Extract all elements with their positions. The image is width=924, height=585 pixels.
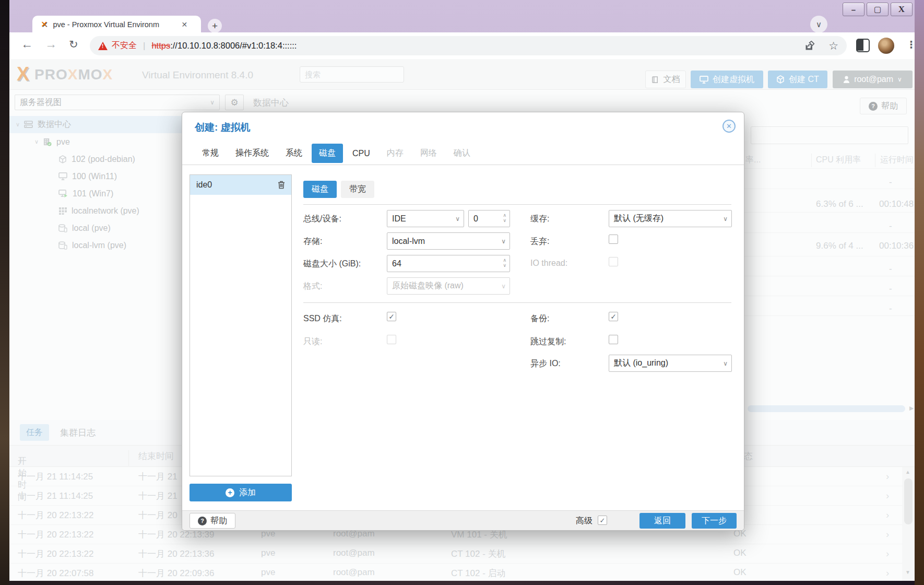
close-window-button[interactable]: X [891, 3, 913, 16]
tab-confirm: 确认 [446, 144, 478, 163]
minimize-button[interactable]: – [843, 3, 864, 16]
new-tab-button[interactable]: + [208, 19, 222, 33]
share-icon[interactable] [804, 41, 815, 51]
dialog-title: 创建: 虚拟机 [195, 121, 251, 134]
subtab-bandwidth-label: 带宽 [349, 184, 366, 195]
readonly-checkbox [387, 335, 396, 344]
wallpaper-bottom [9, 581, 915, 585]
bus-select[interactable]: IDE ∨ [387, 210, 464, 227]
async-io-value: 默认 (io_uring) [614, 358, 668, 369]
tab-system[interactable]: 系统 [278, 144, 310, 163]
plus-circle-icon: + [226, 488, 234, 497]
plus-icon: + [212, 20, 218, 32]
side-panel-icon[interactable] [856, 39, 870, 52]
advanced-checkbox[interactable]: ✓ [598, 516, 607, 525]
subtab-disk-label: 磁盘 [312, 184, 328, 195]
minimize-icon: – [851, 5, 856, 14]
async-io-label: 异步 IO: [530, 358, 561, 369]
spinner-icons[interactable]: ∧∨ [503, 258, 506, 267]
chevron-down-icon: ∨ [723, 360, 728, 367]
not-secure-label: 不安全 [112, 40, 137, 51]
wizard-tabs: 常规 操作系统 系统 磁盘 CPU 内存 网络 确认 [195, 144, 480, 163]
profile-avatar[interactable] [878, 38, 894, 54]
address-bar[interactable]: ! 不安全 | https ://10.10.10.8:8006/#v1:0:1… [90, 36, 847, 55]
disk-list-item-ide0[interactable]: ide0 [190, 175, 291, 195]
back-button[interactable]: 返回 [639, 513, 685, 529]
trash-icon[interactable] [278, 181, 285, 189]
subtab-bandwidth[interactable]: 带宽 [341, 181, 374, 198]
dialog-footer: ? 帮助 高级 ✓ 返回 下一步 [182, 510, 744, 530]
dialog-close-button[interactable]: ✕ [722, 120, 736, 133]
advanced-label: 高级 [576, 516, 593, 526]
chevron-down-icon: ∨ [723, 215, 728, 223]
tab-general[interactable]: 常规 [195, 144, 226, 163]
skip-replication-label: 跳过复制: [530, 336, 566, 347]
iothread-checkbox [609, 257, 618, 266]
check-icon: ✓ [600, 517, 606, 524]
ssd-emulation-label: SSD 仿真: [303, 313, 342, 324]
bus-number-value: 0 [473, 214, 478, 224]
discard-checkbox[interactable] [609, 235, 618, 244]
check-icon: ✓ [610, 312, 617, 321]
address-scheme: https [151, 41, 170, 51]
browser-menu-icon[interactable]: ⋮ [906, 39, 916, 51]
backup-label: 备份: [530, 313, 549, 324]
maximize-icon: ▢ [874, 5, 881, 14]
ssd-emulation-checkbox[interactable]: ✓ [387, 312, 396, 321]
skip-replication-checkbox[interactable] [609, 335, 618, 344]
browser-tab[interactable]: ✕ pve - Proxmox Virtual Environm ✕ [32, 16, 201, 33]
bus-number-stepper[interactable]: 0 ∧∨ [468, 210, 510, 227]
back-icon[interactable]: ← [21, 37, 33, 51]
maximize-button[interactable]: ▢ [867, 3, 889, 16]
next-button[interactable]: 下一步 [692, 513, 737, 529]
reload-icon[interactable]: ↻ [69, 38, 78, 51]
cache-value: 默认 (无缓存) [614, 213, 664, 224]
advanced-divider [303, 302, 731, 303]
disk-size-stepper[interactable]: 64 ∧∨ [387, 255, 510, 272]
storage-select[interactable]: local-lvm ∨ [387, 232, 510, 250]
storage-value: local-lvm [392, 237, 425, 246]
iothread-label: IO thread: [530, 259, 567, 268]
subtab-disk[interactable]: 磁盘 [303, 181, 337, 198]
address-divider: | [143, 41, 145, 51]
screen: – ▢ X ✕ pve - Proxmox Virtual Environm ✕… [0, 0, 924, 585]
disk-item-label: ide0 [196, 180, 212, 190]
tab-title: pve - Proxmox Virtual Environm [53, 20, 177, 29]
dialog-help-label: 帮助 [210, 516, 227, 526]
check-icon: ✓ [388, 312, 395, 321]
tab-search-button[interactable]: ∨ [810, 16, 827, 33]
chevron-down-icon: ∨ [816, 20, 822, 29]
add-disk-button[interactable]: + 添加 [189, 484, 292, 501]
chevron-down-icon: ∨ [501, 238, 506, 245]
disk-list: ide0 [189, 174, 292, 476]
window-controls: – ▢ X [843, 3, 913, 16]
cache-select[interactable]: 默认 (无缓存) ∨ [609, 210, 732, 227]
disk-size-value: 64 [392, 259, 401, 268]
tab-os[interactable]: 操作系统 [228, 144, 276, 163]
proxmox-favicon-icon: ✕ [41, 19, 48, 29]
bookmark-star-icon[interactable]: ☆ [828, 40, 838, 52]
tab-close-icon[interactable]: ✕ [181, 20, 187, 29]
wallpaper-left [0, 0, 9, 585]
tab-disks[interactable]: 磁盘 [312, 144, 343, 163]
tab-network: 网络 [413, 144, 444, 163]
format-value: 原始磁盘映像 (raw) [392, 280, 464, 291]
close-icon: X [898, 4, 905, 15]
dialog-help-button[interactable]: ? 帮助 [189, 513, 235, 529]
tab-cpu[interactable]: CPU [345, 145, 377, 162]
storage-label: 存储: [303, 236, 322, 247]
address-url: ://10.10.10.8:8006/#v1:0:18:4:::::: [170, 41, 297, 51]
chevron-down-icon: ∨ [455, 215, 460, 223]
disk-size-label: 磁盘大小 (GiB): [303, 259, 361, 270]
backup-checkbox[interactable]: ✓ [609, 312, 618, 321]
next-label: 下一步 [702, 516, 727, 526]
async-io-select[interactable]: 默认 (io_uring) ∨ [609, 355, 732, 372]
browser-toolbar: ← → ↻ ! 不安全 | https ://10.10.10.8:8006/#… [9, 32, 915, 59]
format-select: 原始磁盘映像 (raw) ∨ [387, 277, 510, 295]
spinner-icons[interactable]: ∧∨ [503, 213, 506, 223]
form-divider [303, 204, 731, 205]
forward-icon[interactable]: → [45, 37, 57, 51]
back-label: 返回 [654, 516, 671, 526]
format-label: 格式: [303, 281, 322, 292]
bus-value: IDE [392, 214, 406, 224]
